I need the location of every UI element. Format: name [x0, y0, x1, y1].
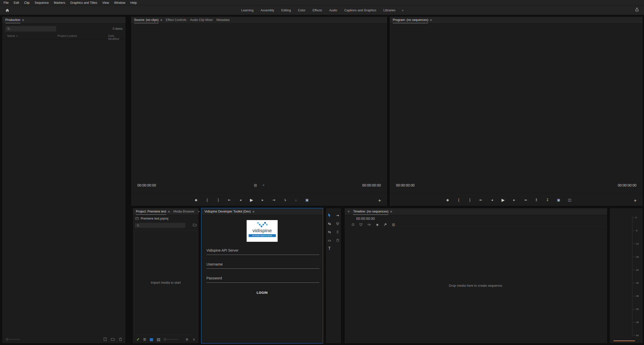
- panel-menu-icon[interactable]: ≡: [160, 18, 162, 22]
- menu-help[interactable]: Help: [128, 1, 139, 5]
- api-server-field[interactable]: [206, 248, 319, 255]
- comparison-view-icon[interactable]: ◫: [567, 198, 572, 202]
- workspace-tab-learning[interactable]: Learning: [238, 9, 257, 12]
- go-to-out-icon[interactable]: ⇥: [523, 198, 528, 202]
- tab-overflow-icon[interactable]: »: [198, 210, 200, 213]
- export-frame-icon[interactable]: ▣: [556, 198, 561, 202]
- tab-metadata[interactable]: Metadata: [217, 17, 230, 23]
- track-select-forward-tool[interactable]: ⇥: [334, 212, 341, 218]
- source-current-timecode[interactable]: 00:00:00:00: [137, 183, 156, 187]
- new-search-bin-button[interactable]: [193, 223, 197, 226]
- tab-production[interactable]: Production ≡: [5, 17, 24, 23]
- program-current-timecode[interactable]: 00:00:00:00: [396, 183, 415, 187]
- selection-tool[interactable]: [326, 212, 333, 218]
- go-to-in-icon[interactable]: ⇤: [478, 198, 483, 202]
- nest-toggle-icon[interactable]: ⊡: [352, 223, 354, 226]
- tab-effect-controls[interactable]: Effect Controls: [166, 17, 187, 23]
- menu-file[interactable]: File: [1, 1, 11, 5]
- login-button[interactable]: LOGIN: [257, 291, 268, 295]
- list-view-button[interactable]: ≣: [143, 337, 146, 342]
- button-editor-plus[interactable]: +: [378, 198, 381, 203]
- menu-edit[interactable]: Edit: [11, 1, 22, 5]
- workspace-tab-editing[interactable]: Editing: [278, 9, 294, 12]
- slip-tool[interactable]: ⇆: [326, 229, 333, 235]
- freeform-view-button[interactable]: ▧: [157, 337, 161, 342]
- tab-vidispine[interactable]: Vidispine Developer Toolkit (Dev) ≡: [204, 208, 254, 215]
- column-date-modified[interactable]: Date Modified: [108, 34, 126, 40]
- project-zoom-slider[interactable]: [164, 338, 178, 340]
- insert-icon[interactable]: ↴: [282, 198, 287, 202]
- tab-timeline[interactable]: Timeline: (no sequences) ≡: [353, 208, 392, 215]
- icon-view-button[interactable]: ▦: [149, 337, 153, 342]
- step-forward-icon[interactable]: ▸: [512, 198, 517, 202]
- close-panel-icon[interactable]: ×: [348, 209, 350, 214]
- password-field[interactable]: [206, 276, 319, 283]
- production-search-input[interactable]: [12, 27, 54, 31]
- username-input[interactable]: [206, 262, 319, 269]
- new-item-button[interactable]: [104, 337, 107, 341]
- password-input[interactable]: [206, 276, 319, 282]
- workspace-tab-color[interactable]: Color: [295, 9, 309, 12]
- timeline-settings-button[interactable]: [384, 223, 387, 226]
- writable-toggle[interactable]: [136, 338, 140, 341]
- tab-program[interactable]: Program: (no sequences) ≡: [393, 17, 432, 23]
- tab-media-browser[interactable]: Media Browser: [173, 208, 194, 215]
- drag-audio-only-icon[interactable]: ≈: [263, 183, 264, 187]
- workspace-overflow-icon[interactable]: »: [399, 9, 406, 12]
- panel-menu-icon[interactable]: ≡: [390, 210, 392, 214]
- mark-in-icon[interactable]: {: [205, 198, 210, 202]
- panel-menu-icon[interactable]: ≡: [22, 18, 24, 22]
- captions-icon[interactable]: ▥: [392, 223, 395, 226]
- tab-source[interactable]: Source: (no clips) ≡: [134, 17, 162, 23]
- hand-tool[interactable]: [334, 237, 341, 243]
- workspace-tab-captions-graphics[interactable]: Captions and Graphics: [341, 9, 380, 12]
- production-search-box[interactable]: [5, 26, 56, 32]
- drag-video-only-icon[interactable]: ▤: [254, 183, 257, 187]
- overwrite-icon[interactable]: ↓: [293, 198, 298, 202]
- workspace-tab-effects[interactable]: Effects: [309, 9, 325, 12]
- chevron-down-icon[interactable]: ∨: [193, 337, 195, 341]
- go-to-out-icon[interactable]: ⇥: [271, 198, 276, 202]
- sort-options-button[interactable]: ≣: [186, 337, 189, 341]
- tab-audio-clip-mixer[interactable]: Audio Clip Mixer: [190, 17, 213, 23]
- username-field[interactable]: [206, 262, 319, 269]
- add-marker-icon[interactable]: ◆: [376, 223, 379, 226]
- panel-menu-icon[interactable]: ≡: [253, 210, 255, 214]
- button-editor-plus[interactable]: +: [634, 198, 637, 203]
- column-project-locked[interactable]: Project Locked: [57, 34, 77, 37]
- snap-toggle[interactable]: [359, 223, 362, 226]
- workspace-tab-libraries[interactable]: Libraries: [380, 9, 399, 12]
- project-search-box[interactable]: [135, 223, 185, 228]
- home-button[interactable]: [4, 7, 11, 13]
- mark-in-icon[interactable]: {: [456, 198, 461, 202]
- menu-sequence[interactable]: Sequence: [32, 1, 51, 5]
- step-forward-icon[interactable]: ▸: [260, 198, 265, 202]
- play-icon[interactable]: ▶: [249, 198, 254, 202]
- column-name[interactable]: Name▼: [7, 34, 18, 37]
- project-search-input[interactable]: [141, 224, 183, 227]
- new-bin-button[interactable]: [111, 338, 115, 341]
- ripple-edit-tool[interactable]: ↹: [326, 221, 333, 227]
- menu-clip[interactable]: Clip: [22, 1, 32, 5]
- production-zoom-slider[interactable]: [6, 338, 20, 340]
- export-frame-icon[interactable]: ▣: [304, 198, 310, 202]
- timeline-drop-area[interactable]: Drop media here to create sequence.: [345, 228, 607, 343]
- quick-export-button[interactable]: [635, 8, 639, 12]
- lift-icon[interactable]: ↥: [534, 198, 539, 202]
- menu-view[interactable]: View: [100, 1, 112, 5]
- go-to-in-icon[interactable]: ⇤: [227, 198, 232, 202]
- menu-window[interactable]: Window: [112, 1, 128, 5]
- mark-out-icon[interactable]: }: [467, 198, 472, 202]
- rectangle-tool[interactable]: ▭: [326, 237, 333, 243]
- panel-menu-icon[interactable]: ≡: [168, 210, 170, 214]
- timeline-timecode[interactable]: 00:00:00:00: [356, 217, 375, 221]
- panel-menu-icon[interactable]: ≡: [430, 18, 432, 22]
- project-file-row[interactable]: Premiere test.prproj: [135, 217, 168, 220]
- linked-selection-toggle[interactable]: [367, 223, 371, 226]
- pen-tool[interactable]: [334, 229, 341, 235]
- play-icon[interactable]: ▶: [501, 198, 506, 202]
- zoom-knob[interactable]: [164, 338, 166, 340]
- extract-icon[interactable]: ↧: [545, 198, 550, 202]
- menu-markers[interactable]: Markers: [51, 1, 68, 5]
- add-marker-icon[interactable]: ◆: [445, 198, 450, 202]
